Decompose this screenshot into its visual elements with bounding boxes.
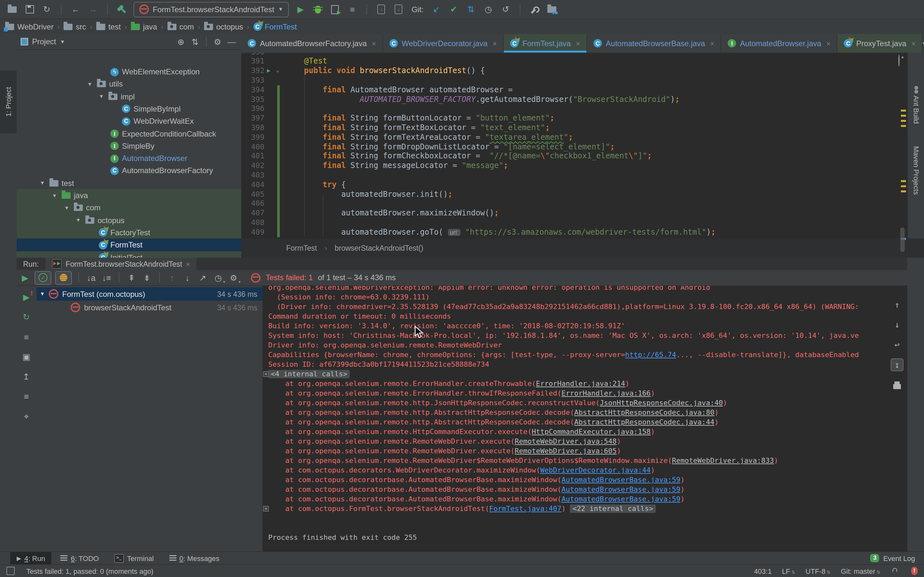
exit-icon[interactable]: ↥	[21, 371, 32, 382]
tree-item-simplebyimpl[interactable]: CSimpleByImpl	[17, 103, 241, 115]
stack-frame-link[interactable]: RemoteWebDriver.java:833	[672, 456, 774, 465]
run-config-select[interactable]: FormTest.browserStackAndroidTest▼	[134, 2, 289, 17]
autotest-icon[interactable]: ↻	[21, 311, 32, 322]
run-icon[interactable]: ▶	[295, 3, 306, 15]
stack-frame-link[interactable]: ErrorHandler.java:166	[561, 389, 651, 398]
tab-automatedbrowser.java[interactable]: IAutomatedBrowser.java×	[721, 34, 837, 53]
breadcrumb-method[interactable]: browserStackAndroidTest()	[334, 244, 423, 252]
close-icon[interactable]: ×	[186, 260, 190, 268]
stripe-mark[interactable]	[901, 120, 906, 122]
code-area[interactable]: 390391 @Test392 public void browserStack…	[241, 53, 907, 239]
screenshot-icon[interactable]: ▣	[21, 351, 32, 362]
sync-icon[interactable]: ↻	[41, 3, 53, 15]
chevron-expanded-icon[interactable]: ▼	[40, 180, 46, 186]
hidden-tabs-chip[interactable]: ▾≡4	[923, 34, 924, 53]
close-icon[interactable]: ×	[372, 39, 376, 47]
breadcrumb-item-test[interactable]: test	[96, 22, 121, 31]
git-rollback-icon[interactable]: ↺	[500, 3, 511, 15]
scroll-up-icon[interactable]: ↑	[891, 299, 903, 310]
sort-suite-icon[interactable]: ↓≡	[101, 272, 112, 284]
stripe-mark[interactable]	[901, 125, 906, 127]
tab-webdriverdecorator.java[interactable]: CWebDriverDecorator.java×	[383, 34, 504, 53]
breadcrumb-item-webdriver[interactable]: WebDriver	[5, 22, 53, 31]
tool-strip-ant-build[interactable]: Ant Build	[908, 71, 924, 137]
ant-icon[interactable]	[911, 84, 922, 95]
stop-disabled-icon[interactable]: ■	[21, 331, 32, 342]
git-branch-select[interactable]: Git: master⇅	[841, 567, 880, 575]
close-icon[interactable]: ×	[710, 39, 714, 47]
tab-formtest.java[interactable]: CFormTest.java×	[504, 34, 587, 53]
git-commit-icon[interactable]: ✔	[448, 3, 459, 15]
fold-expand-icon[interactable]: +	[263, 371, 269, 377]
forward-icon[interactable]: →	[87, 3, 99, 15]
rerun-icon[interactable]: ▶	[19, 272, 31, 284]
folded-calls-chip[interactable]: <22 internal calls>	[570, 504, 656, 513]
run-test-gutter-icon[interactable]: ▶	[267, 67, 270, 74]
stripe-mark[interactable]	[901, 115, 906, 117]
inspections-eye-icon[interactable]	[898, 55, 900, 67]
settings-icon[interactable]: ⚙▾	[228, 272, 239, 284]
tree-item-webdriverwaitex[interactable]: CWebDriverWaitEx	[17, 115, 241, 127]
breadcrumb-item-src[interactable]: src	[63, 22, 86, 31]
notification-alert-icon[interactable]: !	[911, 567, 918, 575]
history-icon[interactable]: ◷▾	[212, 272, 224, 284]
stack-frame-link[interactable]: FormTest.java:407	[489, 504, 561, 513]
chevron-expanded-icon[interactable]: ▼	[99, 93, 105, 99]
stack-frame-link[interactable]: JsonHttpResponseCodec.java:40	[599, 399, 723, 407]
project-settings-folder-icon[interactable]	[546, 3, 557, 15]
open-icon[interactable]	[6, 3, 18, 15]
update-app-icon[interactable]: ↓	[376, 3, 387, 15]
save-icon[interactable]	[24, 3, 35, 15]
stack-frame-link[interactable]: RemoteWebDriver.java:548	[515, 437, 617, 446]
collapse-all-icon[interactable]: ⇅	[189, 36, 201, 47]
git-merge-icon[interactable]: ⇅	[465, 3, 477, 15]
test-tree-item[interactable]: browserStackAndroidTest34 s 436 ms	[37, 301, 262, 314]
tool-strip-1-project[interactable]: 1: Project	[0, 71, 17, 133]
tab-automatedbrowserbase.java[interactable]: CAutomatedBrowserBase.java×	[587, 34, 721, 53]
tree-item-initialtest[interactable]: CInitialTest	[17, 251, 241, 258]
scroll-down-icon[interactable]: ↓	[891, 319, 903, 330]
fold-expand-icon[interactable]: +	[263, 506, 269, 512]
scroll-end-icon[interactable]: ↧	[891, 358, 903, 371]
show-ignored-toggle[interactable]	[55, 271, 72, 284]
sort-alpha-icon[interactable]: ↓a	[86, 272, 97, 284]
tree-item-factorytest[interactable]: CFactoryTest	[17, 226, 241, 239]
stripe-mark[interactable]	[901, 180, 906, 182]
locate-icon[interactable]: ⊕	[175, 36, 187, 47]
minus-icon[interactable]: —	[226, 36, 237, 47]
tree-item-webelementexception[interactable]: ϟWebElementException	[17, 65, 241, 78]
stack-frame-link[interactable]: ErrorHandler.java:214	[536, 380, 625, 388]
tree-item-com[interactable]: ▼com	[17, 201, 241, 214]
close-icon[interactable]: ×	[493, 39, 497, 47]
coverage-icon[interactable]	[330, 3, 341, 15]
stop-icon[interactable]: ■	[347, 3, 359, 15]
tree-item-test[interactable]: ▼test	[17, 177, 241, 189]
hammer-icon[interactable]	[116, 3, 128, 15]
tree-item-utils[interactable]: ▼utils	[17, 78, 241, 91]
stack-frame-link[interactable]: HttpCommandExecutor.java:158	[531, 428, 651, 436]
breadcrumb-item-com[interactable]: com	[167, 22, 194, 31]
expand-all-icon[interactable]: ⇞	[126, 272, 137, 284]
pin-icon[interactable]: ⌖	[21, 410, 32, 422]
scrollbar-thumb[interactable]	[900, 227, 905, 252]
softwrap-icon[interactable]: ↩	[891, 338, 903, 350]
toolwindow-terminal-button[interactable]: >_Terminal	[108, 552, 160, 564]
close-icon[interactable]: ×	[576, 39, 580, 47]
stack-frame-link[interactable]: AutomatedBrowserBase.java:59	[561, 495, 680, 503]
close-icon[interactable]: ×	[911, 39, 916, 47]
folded-calls-chip[interactable]: <4 internal calls>	[268, 370, 350, 378]
stack-frame-link[interactable]: AbstractHttpResponseCodec.java:44	[574, 418, 714, 426]
stack-frame-link[interactable]: AbstractHttpResponseCodec.java:80	[574, 408, 714, 417]
fold-icon[interactable]: ⌄	[276, 67, 279, 73]
chevron-expanded-icon[interactable]: ▼	[87, 81, 94, 87]
debug-icon[interactable]	[312, 3, 324, 15]
error-stripe[interactable]	[900, 53, 907, 239]
breadcrumb-class[interactable]: FormTest	[286, 244, 317, 252]
test-tree-item[interactable]: ▼FormTest (com.octopus)34 s 436 ms	[37, 287, 262, 301]
chevron-expanded-icon[interactable]: ▼	[76, 218, 82, 223]
toolwindow-4-button[interactable]: ▶4: Run	[10, 552, 52, 564]
rerun-failed-icon[interactable]: ▶!	[21, 291, 32, 303]
layout-icon[interactable]: ≡	[21, 390, 32, 402]
wrench-icon[interactable]	[529, 3, 540, 15]
tab-automatedbrowserfactory.java[interactable]: CAutomatedBrowserFactory.java×	[241, 34, 383, 53]
